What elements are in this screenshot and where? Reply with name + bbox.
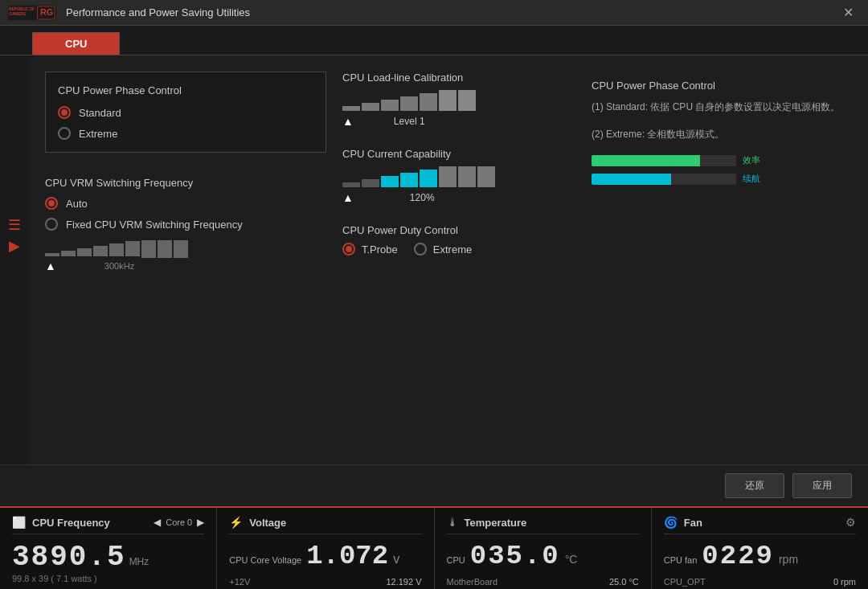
side-nav: ☰ ▶: [0, 55, 29, 464]
vrm-stair-graphic: [45, 240, 222, 258]
llc-slider-row: ▲ Level 1: [342, 115, 567, 128]
temp-row-mb: MotherBoard 25.0 °C: [447, 576, 639, 587]
svg-rect-10: [125, 241, 140, 256]
apply-button[interactable]: 应用: [792, 473, 852, 498]
cpu-freq-unit: MHz: [129, 556, 149, 567]
efficiency-bar-group: 效率: [592, 154, 844, 166]
temperature-section: 🌡 Temperature CPU 035.0 °C MotherBoard 2…: [435, 508, 652, 589]
temp-icon: 🌡: [447, 516, 458, 529]
svg-rect-28: [477, 166, 495, 187]
cpu-fan-unit: rpm: [779, 553, 798, 566]
svg-rect-14: [342, 106, 360, 111]
nav-icon[interactable]: ☰: [8, 216, 21, 234]
svg-rect-24: [400, 173, 418, 187]
cpu-freq-icon: ⬜: [12, 516, 26, 529]
vrm-slider-row: ▲ 300kHz: [45, 260, 326, 272]
temp-mb-value: 25.0 °C: [609, 577, 639, 587]
svg-rect-7: [77, 248, 92, 256]
svg-rect-23: [381, 176, 399, 187]
cpu-sub-info: 99.8 x 39 ( 7.1 watts ): [12, 574, 204, 583]
cpu-temp-label: CPU: [447, 555, 465, 565]
efficiency-label: 效率: [743, 154, 760, 166]
svg-text:REPUBLIC OF: REPUBLIC OF: [9, 7, 35, 11]
endurance-label: 续航: [743, 173, 760, 185]
desc-line2: (2) Extreme: 全相数电源模式。: [592, 127, 844, 142]
radio-vrm-fixed: [45, 218, 58, 231]
current-cap-value: 120%: [410, 192, 435, 203]
endurance-bar-fill: [592, 174, 671, 185]
nav-arrow[interactable]: ▶: [9, 237, 20, 255]
radio-duty-extreme: [414, 243, 427, 256]
title-bar: REPUBLIC OF GAMERS RG Performance and Po…: [0, 0, 868, 26]
svg-text:GAMERS: GAMERS: [9, 12, 25, 16]
close-button[interactable]: ✕: [837, 5, 860, 20]
radio-standard: [58, 106, 71, 119]
duty-control-section: CPU Power Duty Control T.Probe Extreme: [342, 224, 567, 256]
temp-label: Temperature: [465, 517, 527, 529]
cpu-core-voltage-row: CPU Core Voltage 1.072 v: [229, 541, 421, 571]
svg-rect-8: [93, 246, 108, 256]
cpu-freq-value-row: 3890.5 MHz: [12, 541, 204, 574]
power-phase-title: CPU Power Phase Control: [58, 84, 313, 96]
duty-options: T.Probe Extreme: [342, 243, 567, 256]
power-phase-standard[interactable]: Standard: [58, 106, 313, 119]
fan-label: Fan: [684, 517, 702, 529]
cpu-frequency-section: ⬜ CPU Frequency ◀ Core 0 ▶ 3890.5 MHz 99…: [0, 508, 217, 589]
endurance-bar-track: [592, 174, 736, 185]
svg-rect-26: [439, 166, 457, 187]
duty-title: CPU Power Duty Control: [342, 224, 567, 236]
voltage-section: ⚡ Voltage CPU Core Voltage 1.072 v +12V …: [217, 508, 434, 589]
vrm-auto[interactable]: Auto: [45, 197, 326, 210]
radio-vrm-auto: [45, 197, 58, 210]
fan-settings-icon[interactable]: ⚙: [845, 516, 856, 529]
vrm-fixed[interactable]: Fixed CPU VRM Switching Frequency: [45, 218, 326, 231]
restore-button[interactable]: 还原: [725, 473, 784, 498]
current-cap-slider-row: ▲ 120%: [342, 191, 567, 204]
fan-icon: 🌀: [664, 516, 678, 529]
status-bar: ⬜ CPU Frequency ◀ Core 0 ▶ 3890.5 MHz 99…: [0, 506, 868, 589]
fan-opt-value: 0 rpm: [833, 577, 856, 587]
svg-rect-12: [158, 240, 172, 258]
svg-rect-27: [458, 166, 476, 187]
core-next-button[interactable]: ▶: [197, 517, 204, 528]
power-phase-extreme[interactable]: Extreme: [58, 127, 313, 140]
voltage-12v-value: 12.192 V: [386, 577, 421, 587]
power-phase-box: CPU Power Phase Control Standard Extreme: [45, 72, 326, 153]
vrm-slider-arrow: ▲: [45, 260, 56, 272]
svg-rect-6: [61, 251, 76, 256]
fan-header: 🌀 Fan ⚙: [664, 516, 856, 534]
fan-opt-label: CPU_OPT: [664, 577, 706, 587]
svg-rect-5: [45, 253, 59, 256]
cpu-freq-value: 3890.5: [12, 541, 126, 574]
voltage-12v-label: +12V: [229, 577, 250, 587]
cpu-fan-row: CPU fan 0229 rpm: [664, 541, 856, 571]
current-cap-graphic: [342, 166, 519, 189]
center-column: CPU Load-line Calibration ▲ Level 1 C: [342, 72, 567, 448]
efficiency-bar-fill: [592, 155, 700, 166]
svg-rect-11: [141, 240, 156, 258]
cpu-freq-label: CPU Frequency: [32, 517, 110, 529]
svg-rect-15: [362, 103, 379, 111]
svg-rect-22: [362, 179, 379, 187]
voltage-row-12v: +12V 12.192 V: [229, 576, 421, 587]
voltage-icon: ⚡: [229, 516, 243, 529]
cpu-fan-label: CPU fan: [664, 555, 698, 565]
tab-cpu[interactable]: CPU: [32, 32, 120, 55]
svg-rect-19: [439, 90, 457, 111]
fan-row-opt: CPU_OPT 0 rpm: [664, 576, 856, 587]
core-prev-button[interactable]: ◀: [154, 517, 161, 528]
vrm-slider-value: 300kHz: [104, 261, 134, 271]
svg-rect-16: [381, 100, 399, 111]
svg-text:RG: RG: [40, 6, 53, 16]
duty-tprobe[interactable]: T.Probe: [342, 243, 398, 256]
cpu-core-voltage-label: CPU Core Voltage: [229, 555, 301, 565]
radio-tprobe: [342, 243, 355, 256]
duty-extreme[interactable]: Extreme: [414, 243, 472, 256]
current-cap-section: CPU Current Capability ▲ 120%: [342, 148, 567, 204]
temp-header: 🌡 Temperature: [447, 516, 639, 534]
svg-rect-13: [174, 240, 188, 258]
desc-title: CPU Power Phase Control: [592, 80, 844, 92]
llc-section: CPU Load-line Calibration ▲ Level 1: [342, 72, 567, 128]
cpu-freq-header: ⬜ CPU Frequency ◀ Core 0 ▶: [12, 516, 204, 534]
right-description-panel: CPU Power Phase Control (1) Standard: 依据…: [583, 72, 852, 448]
